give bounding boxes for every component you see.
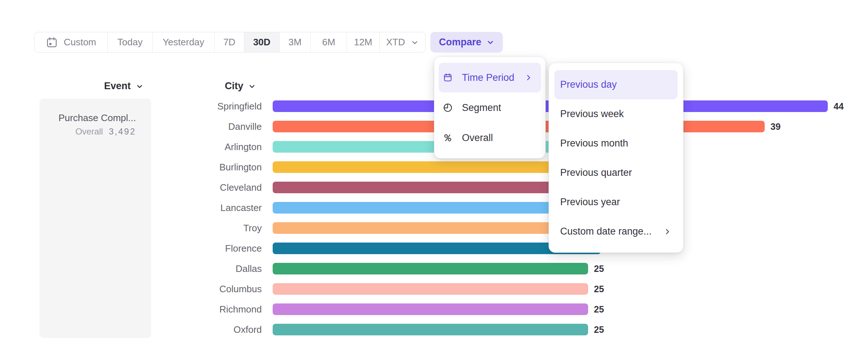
category-label: Arlington: [138, 141, 262, 153]
menu-item-label: Previous month: [560, 138, 628, 149]
date-range-custom-button[interactable]: Custom: [34, 32, 107, 52]
event-column-header[interactable]: Event: [104, 80, 144, 92]
compare-button[interactable]: Compare: [430, 32, 503, 53]
time-period-submenu: Previous day Previous week Previous mont…: [549, 63, 683, 253]
category-label: Richmond: [138, 303, 262, 315]
menu-item-label: Overall: [462, 132, 493, 144]
chevron-right-icon: [664, 228, 671, 235]
category-label: Dallas: [138, 263, 262, 274]
date-range-3m-button[interactable]: 3M: [279, 32, 310, 52]
category-label: Columbus: [138, 283, 262, 295]
button-label: XTD: [386, 37, 405, 48]
date-range-xtd-button[interactable]: XTD: [379, 32, 425, 52]
date-range-today-button[interactable]: Today: [107, 32, 152, 52]
event-card-purchase-completed[interactable]: Purchase Compl... Overall 3,492: [40, 99, 151, 338]
button-label: 6M: [322, 37, 335, 48]
chevron-down-icon: [248, 82, 256, 90]
event-name: Purchase Compl...: [58, 112, 136, 124]
value-label: 44: [834, 100, 844, 112]
value-label: 25: [594, 263, 604, 274]
overall-label: Overall: [75, 127, 103, 137]
button-label: Custom: [64, 37, 96, 48]
city-header-label: City: [225, 80, 243, 92]
submenu-item-previous-day[interactable]: Previous day: [554, 70, 678, 99]
category-label: Florence: [138, 243, 262, 254]
compare-label: Compare: [439, 37, 481, 48]
category-label: Burlington: [138, 161, 262, 173]
submenu-item-previous-week[interactable]: Previous week: [554, 99, 678, 129]
category-label: Lancaster: [138, 202, 262, 214]
value-label: 25: [594, 324, 604, 335]
bar-richmond[interactable]: [273, 303, 588, 315]
date-range-toolbar: Custom Today Yesterday 7D 30D 3M 6M 12M …: [34, 32, 426, 53]
button-label: 12M: [354, 37, 372, 48]
bar-dallas[interactable]: [273, 263, 588, 274]
category-label: Oxford: [138, 324, 262, 335]
segment-icon: [443, 103, 452, 112]
submenu-item-previous-quarter[interactable]: Previous quarter: [554, 158, 678, 187]
bar-columbus[interactable]: [273, 283, 588, 295]
menu-item-overall[interactable]: Overall: [439, 123, 541, 153]
event-header-label: Event: [104, 80, 131, 92]
submenu-item-previous-year[interactable]: Previous year: [554, 187, 678, 217]
date-range-7d-button[interactable]: 7D: [214, 32, 244, 52]
menu-item-label: Previous week: [560, 108, 624, 120]
city-column-header[interactable]: City: [225, 80, 256, 92]
button-label: 30D: [253, 37, 270, 48]
menu-item-label: Previous quarter: [560, 167, 632, 178]
button-label: Yesterday: [163, 37, 204, 48]
event-overall-row: Overall 3,492: [75, 127, 136, 137]
submenu-item-previous-month[interactable]: Previous month: [554, 129, 678, 158]
bar-oxford[interactable]: [273, 324, 588, 335]
chevron-down-icon: [486, 38, 495, 46]
category-label: Danville: [138, 121, 262, 132]
overall-value: 3,492: [109, 127, 136, 137]
chevron-right-icon: [525, 74, 532, 81]
value-label: 39: [770, 121, 781, 132]
menu-item-label: Time Period: [462, 72, 514, 83]
calendar-icon: [46, 36, 58, 49]
category-label: Troy: [138, 222, 262, 234]
chevron-down-icon: [411, 38, 419, 46]
date-range-6m-button[interactable]: 6M: [310, 32, 347, 52]
category-label: Springfield: [138, 100, 262, 112]
value-label: 25: [594, 303, 604, 315]
menu-item-time-period[interactable]: Time Period: [439, 63, 541, 92]
button-label: 7D: [223, 37, 235, 48]
menu-item-segment[interactable]: Segment: [439, 93, 541, 123]
value-label: 25: [594, 283, 604, 295]
calendar-icon: [443, 73, 452, 82]
submenu-item-custom-date-range[interactable]: Custom date range...: [554, 217, 678, 246]
date-range-yesterday-button[interactable]: Yesterday: [152, 32, 214, 52]
percent-icon: [443, 133, 452, 142]
menu-item-label: Previous year: [560, 197, 620, 208]
date-range-30d-button[interactable]: 30D: [244, 32, 279, 52]
menu-item-label: Custom date range...: [560, 226, 652, 237]
menu-item-label: Segment: [462, 102, 501, 113]
menu-item-label: Previous day: [560, 79, 617, 90]
category-label: Cleveland: [138, 182, 262, 193]
button-label: Today: [117, 37, 142, 48]
compare-dropdown-menu: Time Period Segment Overall: [434, 57, 546, 158]
button-label: 3M: [288, 37, 301, 48]
date-range-12m-button[interactable]: 12M: [347, 32, 379, 52]
chevron-down-icon: [136, 82, 144, 90]
